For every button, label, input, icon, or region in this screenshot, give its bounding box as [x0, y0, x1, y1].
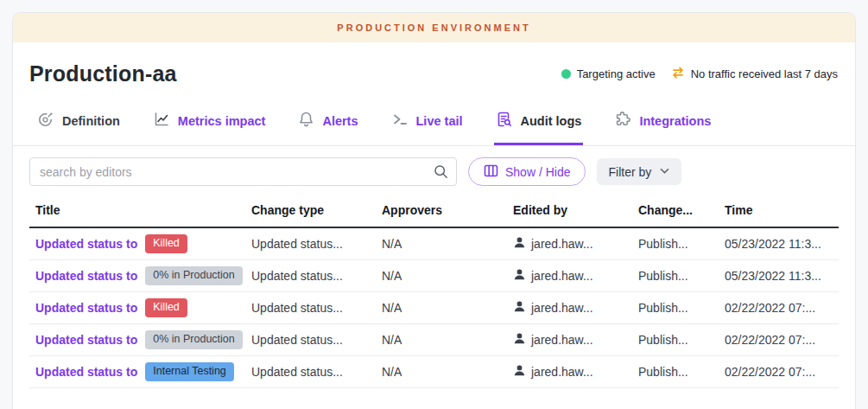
edited-by-name: jared.haw... — [531, 269, 593, 283]
row-title-link[interactable]: Updated status to — [35, 237, 137, 251]
audit-log-table: Title Change type Approvers Edited by Ch… — [13, 186, 855, 388]
cell-change: Publish... — [638, 269, 725, 283]
tab-audit-logs-label: Audit logs — [521, 114, 582, 128]
table-row[interactable]: Updated status to 0% in Production Updat… — [29, 324, 839, 356]
tab-definition-label: Definition — [62, 114, 120, 128]
row-title-link[interactable]: Updated status to — [35, 269, 137, 283]
traffic-status: No traffic received last 7 days — [671, 66, 838, 82]
table-header-row: Title Change type Approvers Edited by Ch… — [29, 198, 839, 228]
edited-by-name: jared.haw... — [531, 333, 593, 347]
tab-metrics-impact-label: Metrics impact — [178, 114, 266, 128]
page-header: Production-aa Targeting active No traffi… — [13, 42, 855, 102]
column-header-title: Title — [29, 203, 251, 217]
person-icon — [513, 268, 526, 284]
show-hide-label: Show / Hide — [505, 165, 570, 179]
cell-change-type: Updated status... — [251, 365, 382, 379]
edited-by-name: jared.haw... — [531, 301, 593, 315]
status-badge: Killed — [145, 234, 187, 253]
tab-integrations-label: Integrations — [639, 114, 711, 128]
cell-change: Publish... — [638, 333, 725, 347]
cell-change-type: Updated status... — [251, 237, 382, 251]
cell-approvers: N/A — [382, 301, 513, 315]
cell-change-type: Updated status... — [251, 301, 382, 315]
filter-by-label: Filter by — [608, 165, 651, 179]
targeting-status-label: Targeting active — [577, 67, 656, 80]
person-icon — [513, 332, 526, 348]
column-header-time: Time — [725, 203, 839, 217]
columns-icon — [484, 163, 498, 181]
cell-approvers: N/A — [382, 365, 513, 379]
tab-audit-logs[interactable]: Audit logs — [494, 102, 584, 145]
filter-by-button[interactable]: Filter by — [597, 158, 681, 185]
cell-time: 05/23/2022 11:3... — [725, 237, 839, 251]
environment-banner: PRODUCTION ENVIRONMENT — [13, 13, 855, 42]
swap-arrows-icon — [671, 66, 685, 82]
page-title: Production-aa — [29, 61, 177, 86]
cell-title: Updated status to Killed — [29, 234, 251, 253]
tab-bar: Definition Metrics impact Alerts — [13, 102, 855, 146]
chevron-down-icon — [659, 165, 670, 179]
row-title-link[interactable]: Updated status to — [35, 301, 137, 315]
search-icon — [434, 164, 448, 182]
tab-alerts-label: Alerts — [322, 114, 358, 128]
row-title-link[interactable]: Updated status to — [35, 365, 137, 379]
column-header-edited-by: Edited by — [513, 203, 638, 217]
show-hide-columns-button[interactable]: Show / Hide — [468, 157, 586, 186]
tab-live-tail[interactable]: Live tail — [390, 102, 465, 145]
status-badge: Internal Testing — [145, 362, 234, 381]
column-header-change-type: Change type — [251, 203, 382, 217]
environment-banner-label: PRODUCTION ENVIRONMENT — [337, 22, 530, 33]
cell-change: Publish... — [638, 365, 725, 379]
cell-time: 02/22/2022 07:... — [725, 365, 839, 379]
audit-log-icon — [496, 111, 513, 131]
status-badge: 0% in Production — [145, 266, 243, 285]
status-badge: 0% in Production — [145, 330, 243, 349]
cell-change: Publish... — [638, 237, 725, 251]
column-header-change: Change... — [638, 203, 725, 217]
column-header-approvers: Approvers — [382, 203, 513, 217]
cell-title: Updated status to 0% in Production — [29, 330, 251, 349]
tab-metrics-impact[interactable]: Metrics impact — [151, 102, 268, 145]
person-icon — [513, 364, 526, 380]
targeting-status: Targeting active — [561, 67, 656, 80]
table-body: Updated status to Killed Updated status.… — [29, 228, 839, 388]
cell-edited-by: jared.haw... — [513, 332, 638, 348]
tab-definition[interactable]: Definition — [35, 102, 122, 145]
cell-approvers: N/A — [382, 333, 513, 347]
targeting-active-dot-icon — [561, 69, 571, 79]
cell-edited-by: jared.haw... — [513, 364, 638, 380]
cell-title: Updated status to Internal Testing — [29, 362, 251, 381]
cell-approvers: N/A — [382, 237, 513, 251]
table-row[interactable]: Updated status to 0% in Production Updat… — [29, 260, 839, 292]
cell-time: 05/23/2022 11:3... — [725, 269, 839, 283]
cell-change: Publish... — [638, 301, 725, 315]
metrics-chart-icon — [153, 111, 170, 131]
tab-integrations[interactable]: Integrations — [612, 102, 713, 145]
terminal-icon — [391, 111, 409, 131]
table-row[interactable]: Updated status to Killed Updated status.… — [29, 292, 839, 324]
status-group: Targeting active No traffic received las… — [561, 66, 838, 82]
status-badge: Killed — [145, 298, 187, 317]
person-icon — [513, 236, 526, 252]
bell-icon — [298, 111, 314, 131]
tab-alerts[interactable]: Alerts — [296, 102, 359, 145]
row-title-link[interactable]: Updated status to — [35, 333, 137, 347]
edited-by-name: jared.haw... — [531, 237, 593, 251]
search-input[interactable] — [29, 157, 457, 186]
cell-title: Updated status to Killed — [29, 298, 251, 317]
traffic-status-label: No traffic received last 7 days — [691, 67, 838, 80]
table-row[interactable]: Updated status to Killed Updated status.… — [29, 228, 839, 260]
cell-approvers: N/A — [382, 269, 513, 283]
table-row[interactable]: Updated status to Internal Testing Updat… — [29, 356, 839, 388]
cell-title: Updated status to 0% in Production — [29, 266, 251, 285]
cell-edited-by: jared.haw... — [513, 236, 638, 252]
person-icon — [513, 300, 526, 316]
puzzle-icon — [614, 111, 631, 131]
cell-change-type: Updated status... — [251, 269, 382, 283]
definition-icon — [37, 111, 54, 131]
cell-change-type: Updated status... — [251, 333, 382, 347]
search-wrap — [29, 157, 457, 186]
cell-edited-by: jared.haw... — [513, 268, 638, 284]
edited-by-name: jared.haw... — [531, 365, 593, 379]
cell-time: 02/22/2022 07:... — [725, 333, 839, 347]
